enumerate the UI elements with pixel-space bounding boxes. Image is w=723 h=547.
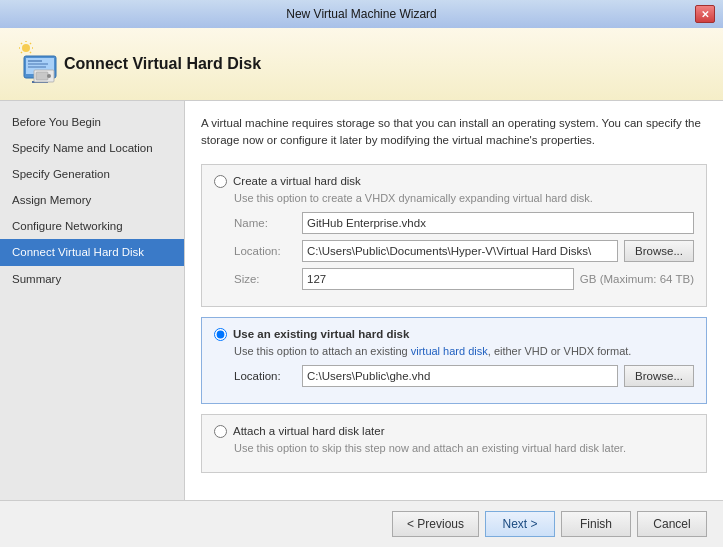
svg-line-5: [21, 43, 22, 44]
option1-location-input: [302, 240, 618, 262]
option3-radio-label[interactable]: Attach a virtual hard disk later: [214, 425, 694, 438]
svg-rect-11: [28, 63, 48, 65]
header-title: Connect Virtual Hard Disk: [64, 55, 261, 73]
option1-name-row: Name:: [234, 212, 694, 234]
sidebar-item-assign-memory[interactable]: Assign Memory: [0, 187, 184, 213]
window: New Virtual Machine Wizard ✕: [0, 0, 723, 547]
cancel-button[interactable]: Cancel: [637, 511, 707, 537]
option2-radio-label[interactable]: Use an existing virtual hard disk: [214, 328, 694, 341]
close-button[interactable]: ✕: [695, 5, 715, 23]
option1-name-input: [302, 212, 694, 234]
option-attach-later: Attach a virtual hard disk later Use thi…: [201, 414, 707, 473]
finish-button[interactable]: Finish: [561, 511, 631, 537]
svg-rect-12: [28, 66, 46, 68]
header-icon: [16, 40, 64, 88]
header-panel: Connect Virtual Hard Disk: [0, 28, 723, 101]
option2-location-row: Location: Browse...: [234, 365, 694, 387]
option1-name-label: Name:: [234, 217, 302, 229]
sidebar-item-configure-networking[interactable]: Configure Networking: [0, 213, 184, 239]
option1-radio-label[interactable]: Create a virtual hard disk: [214, 175, 694, 188]
option1-description: Use this option to create a VHDX dynamic…: [234, 192, 694, 204]
svg-line-7: [21, 52, 22, 53]
window-title: New Virtual Machine Wizard: [28, 7, 695, 21]
sidebar-item-before-you-begin[interactable]: Before You Begin: [0, 109, 184, 135]
option2-browse-button[interactable]: Browse...: [624, 365, 694, 387]
title-bar: New Virtual Machine Wizard ✕: [0, 0, 723, 28]
svg-line-2: [30, 43, 31, 44]
sidebar-item-summary[interactable]: Summary: [0, 266, 184, 292]
option3-description: Use this option to skip this step now an…: [234, 442, 694, 454]
option2-description: Use this option to attach an existing vi…: [234, 345, 694, 357]
next-button[interactable]: Next >: [485, 511, 555, 537]
svg-point-17: [47, 74, 51, 78]
option1-location-label: Location:: [234, 245, 302, 257]
main-area: Connect Virtual Hard Disk Before You Beg…: [0, 28, 723, 500]
option1-browse-button: Browse...: [624, 240, 694, 262]
option3-radio[interactable]: [214, 425, 227, 438]
sidebar-item-specify-generation[interactable]: Specify Generation: [0, 161, 184, 187]
svg-line-4: [30, 52, 31, 53]
main-description: A virtual machine requires storage so th…: [201, 115, 707, 150]
svg-point-0: [22, 44, 30, 52]
option2-link: virtual hard disk: [411, 345, 488, 357]
option1-size-suffix: GB (Maximum: 64 TB): [580, 273, 694, 285]
main-content: A virtual machine requires storage so th…: [185, 101, 723, 500]
option1-location-row: Location: Browse...: [234, 240, 694, 262]
main-layout: Before You Begin Specify Name and Locati…: [0, 101, 723, 500]
option2-location-input[interactable]: [302, 365, 618, 387]
option-use-existing-vhd: Use an existing virtual hard disk Use th…: [201, 317, 707, 404]
sidebar: Before You Begin Specify Name and Locati…: [0, 101, 185, 500]
option1-size-input: [302, 268, 574, 290]
option2-location-label: Location:: [234, 370, 302, 382]
option1-radio[interactable]: [214, 175, 227, 188]
previous-button[interactable]: < Previous: [392, 511, 479, 537]
footer: < Previous Next > Finish Cancel: [0, 500, 723, 547]
svg-rect-10: [28, 60, 42, 62]
option-create-vhd: Create a virtual hard disk Use this opti…: [201, 164, 707, 307]
sidebar-item-specify-name[interactable]: Specify Name and Location: [0, 135, 184, 161]
option1-size-row: Size: GB (Maximum: 64 TB): [234, 268, 694, 290]
option2-radio[interactable]: [214, 328, 227, 341]
svg-rect-16: [36, 72, 48, 80]
option1-size-label: Size:: [234, 273, 302, 285]
sidebar-item-connect-vhd[interactable]: Connect Virtual Hard Disk: [0, 239, 184, 265]
